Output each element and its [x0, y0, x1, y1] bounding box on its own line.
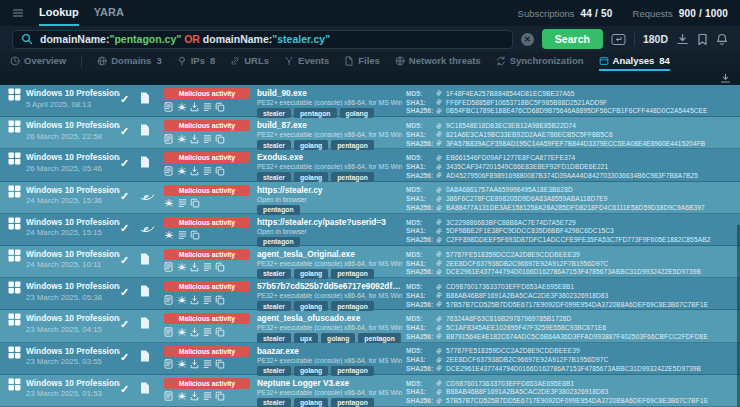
- notifications-bell-icon[interactable]: [716, 33, 728, 46]
- copy-hash-icon[interactable]: [435, 163, 443, 171]
- analysis-row[interactable]: Windows 10 Professional 64bit24 March 20…: [0, 214, 740, 246]
- clear-search-icon[interactable]: ✕: [521, 33, 534, 46]
- tag-chip[interactable]: stealer: [257, 140, 291, 150]
- action-download-icon[interactable]: [190, 295, 199, 305]
- action-copy-icon[interactable]: [215, 327, 225, 337]
- verdict-badge[interactable]: Malicious activity: [164, 281, 250, 292]
- copy-hash-icon[interactable]: [435, 259, 443, 267]
- tag-chip[interactable]: stealer: [257, 108, 291, 118]
- tag-chip[interactable]: stealer: [257, 172, 291, 182]
- action-copy-icon[interactable]: [190, 198, 200, 208]
- download-icon[interactable]: [676, 33, 689, 46]
- action-report-icon[interactable]: [164, 102, 173, 112]
- tag-chip[interactable]: golang: [294, 269, 328, 279]
- verdict-badge[interactable]: Malicious activity: [164, 185, 250, 196]
- action-bug-icon[interactable]: [177, 327, 187, 337]
- copy-hash-icon[interactable]: [435, 107, 443, 115]
- analysis-row[interactable]: Windows 10 Professional 64bit26 March 20…: [0, 117, 740, 149]
- copy-hash-icon[interactable]: [435, 236, 443, 244]
- tag-chip[interactable]: pentagon: [257, 205, 300, 215]
- action-list-icon[interactable]: [203, 327, 212, 337]
- tag-chip[interactable]: stealer: [257, 269, 291, 279]
- artifact-name[interactable]: build_87.exe: [257, 120, 402, 130]
- tab-events[interactable]: Events: [284, 52, 329, 71]
- search-input[interactable]: domainName:"pentagon.cy" OR domainName:"…: [12, 30, 513, 49]
- verdict-badge[interactable]: Malicious activity: [164, 378, 250, 389]
- copy-hash-icon[interactable]: [435, 139, 443, 147]
- copy-hash-icon[interactable]: [435, 324, 443, 332]
- verdict-badge[interactable]: Malicious activity: [164, 88, 250, 99]
- action-download-icon[interactable]: [190, 102, 199, 112]
- verdict-badge[interactable]: Malicious activity: [164, 120, 250, 131]
- copy-hash-icon[interactable]: [435, 300, 443, 308]
- artifact-name[interactable]: agent_tesla_ofuscado.exe: [257, 313, 402, 323]
- artifact-name[interactable]: https://stealer.cy: [257, 185, 402, 195]
- action-copy-icon[interactable]: [215, 295, 225, 305]
- search-button[interactable]: Search: [542, 29, 603, 49]
- action-bug-icon[interactable]: [177, 262, 187, 272]
- artifact-name[interactable]: 57b57b7cd525b7dd5e6717e9092df099e954da37…: [257, 281, 402, 291]
- action-list-icon[interactable]: [203, 295, 212, 305]
- copy-hash-icon[interactable]: [435, 171, 443, 179]
- tab-urls[interactable]: URLs: [230, 52, 269, 71]
- export-results-icon[interactable]: [720, 73, 731, 84]
- tag-chip[interactable]: golang: [294, 301, 328, 311]
- action-copy-icon[interactable]: [215, 391, 225, 401]
- action-bug-icon[interactable]: [177, 359, 187, 369]
- tag-chip[interactable]: pentagon: [331, 301, 374, 311]
- copy-hash-icon[interactable]: [435, 154, 443, 162]
- copy-hash-icon[interactable]: [435, 268, 443, 276]
- copy-hash-icon[interactable]: [435, 250, 443, 258]
- action-list-icon[interactable]: [203, 391, 212, 401]
- copy-hash-icon[interactable]: [435, 315, 443, 323]
- tab-network-threats[interactable]: Network threats: [395, 52, 481, 71]
- copy-hash-icon[interactable]: [435, 89, 443, 97]
- analysis-row[interactable]: Windows 10 Professional 64bit24 March 20…: [0, 182, 740, 214]
- tag-chip[interactable]: stealer: [257, 333, 291, 343]
- tab-files[interactable]: Files: [344, 52, 380, 71]
- tab-lookup[interactable]: Lookup: [39, 0, 79, 26]
- action-bug-icon[interactable]: [177, 295, 187, 305]
- tab-domains[interactable]: Domains3: [97, 52, 161, 71]
- analysis-row[interactable]: Windows 10 Professional 64bit5 April 202…: [0, 85, 740, 117]
- action-copy-icon[interactable]: [215, 359, 225, 369]
- copy-hash-icon[interactable]: [435, 356, 443, 364]
- action-bug-icon[interactable]: [177, 391, 187, 401]
- tag-chip[interactable]: stealer: [257, 398, 291, 407]
- menu-icon[interactable]: [12, 7, 24, 19]
- action-list-icon[interactable]: [203, 102, 212, 112]
- artifact-name[interactable]: agent_tesla_Original.exe: [257, 249, 402, 259]
- action-list-icon[interactable]: [203, 262, 212, 272]
- tag-chip[interactable]: pentagon: [358, 333, 401, 343]
- analysis-row[interactable]: Windows 10 Professional 64bit26 March 20…: [0, 149, 740, 181]
- tab-synchronization[interactable]: Synchronization: [496, 52, 584, 71]
- copy-hash-icon[interactable]: [435, 388, 443, 396]
- action-report-icon[interactable]: [164, 295, 173, 305]
- action-bug-icon[interactable]: [177, 102, 187, 112]
- action-bug-icon[interactable]: [177, 134, 187, 144]
- tag-chip[interactable]: golang: [294, 172, 328, 182]
- action-report-icon[interactable]: [164, 327, 173, 337]
- copy-hash-icon[interactable]: [435, 130, 443, 138]
- action-download-icon[interactable]: [190, 327, 199, 337]
- artifact-name[interactable]: Exodus.exe: [257, 152, 402, 162]
- action-list-icon[interactable]: [178, 198, 187, 208]
- action-report-icon[interactable]: [164, 359, 173, 369]
- tab-analyses[interactable]: Analyses84: [599, 52, 670, 71]
- action-report-icon[interactable]: [164, 262, 173, 272]
- action-bug-icon[interactable]: [177, 166, 187, 176]
- copy-hash-icon[interactable]: [435, 347, 443, 355]
- tag-chip[interactable]: golang: [321, 333, 355, 343]
- action-download-icon[interactable]: [190, 391, 199, 401]
- verdict-badge[interactable]: Malicious activity: [164, 346, 250, 357]
- analysis-row[interactable]: Windows 10 Professional 64bit23 March 20…: [0, 375, 740, 407]
- tab-overview[interactable]: Overview: [10, 52, 66, 71]
- tag-chip[interactable]: pentagon: [331, 172, 374, 182]
- copy-hash-icon[interactable]: [435, 364, 443, 372]
- verdict-badge[interactable]: Malicious activity: [164, 217, 250, 228]
- copy-hash-icon[interactable]: [435, 227, 443, 235]
- action-list-icon[interactable]: [178, 230, 187, 240]
- bookmark-icon[interactable]: [697, 33, 708, 46]
- copy-hash-icon[interactable]: [435, 186, 443, 194]
- action-list-icon[interactable]: [203, 134, 212, 144]
